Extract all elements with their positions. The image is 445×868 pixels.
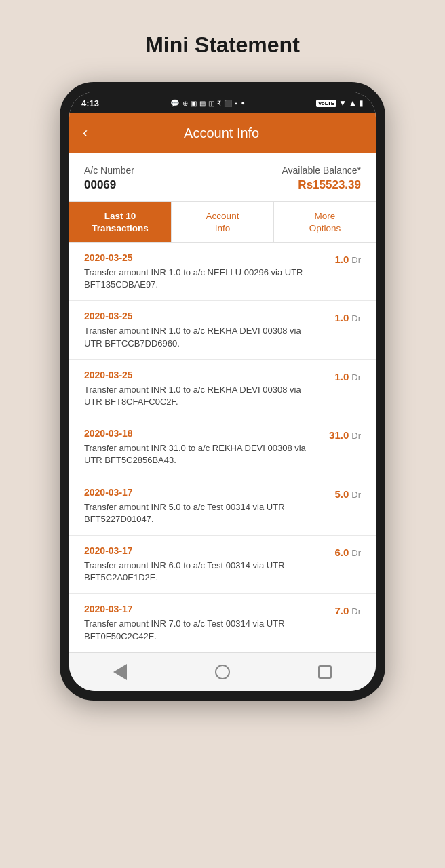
txn-left: 2020-03-25 Transfer amount INR 1.0 to a/… [84,370,313,408]
balance-section: Available Balance* Rs15523.39 [282,165,362,192]
header-title: Account Info [101,125,342,141]
txn-date: 2020-03-25 [84,311,313,321]
status-bar: 4:13 💬 ⊕ ▣ ▤ ◫ ₹ ⬛ ▪ ● VoLTE ▼ ▲ ▮ [69,92,376,113]
txn-desc: Transfer amount INR 31.0 to a/c REKHA DE… [84,442,313,467]
txn-amount: 5.0 [334,488,349,500]
app-header: ‹ Account Info [69,113,376,153]
txn-right: 1.0 Dr [320,370,361,382]
txn-date: 2020-03-25 [84,252,313,263]
back-button[interactable]: ‹ [83,125,88,140]
tab-transactions[interactable]: Last 10 Transactions [69,202,172,242]
txn-left: 2020-03-25 Transfer amount INR 1.0 to a/… [84,252,313,291]
account-number-value: 00069 [84,178,134,192]
notif-icon-1: 💬 [170,99,180,108]
txn-type: Dr [351,490,361,500]
txn-desc: Transfer amount INR 1.0 to a/c REKHA DEV… [84,325,313,349]
wifi-icon: ▼ [338,98,347,108]
transactions-list: 2020-03-25 Transfer amount INR 1.0 to a/… [69,243,376,652]
txn-amount: 6.0 [334,547,349,558]
transaction-item: 2020-03-25 Transfer amount INR 1.0 to a/… [69,360,376,418]
txn-right: 6.0 Dr [320,545,361,558]
txn-type: Dr [351,255,361,265]
tab-bar: Last 10 Transactions Account Info More O… [69,202,376,243]
txn-type: Dr [351,313,361,323]
recent-square-icon [318,665,332,679]
txn-date: 2020-03-17 [84,545,313,556]
account-number-section: A/c Number 00069 [84,165,134,192]
txn-desc: Transfer amount INR 7.0 to a/c Test 0031… [84,618,313,642]
transaction-item: 2020-03-17 Transfer amount INR 5.0 to a/… [69,477,376,536]
home-circle-icon [215,665,230,679]
notif-icon-4: ▤ [199,100,206,107]
txn-right: 5.0 Dr [320,487,361,500]
volte-badge: VoLTE [316,100,336,107]
phone-screen: 4:13 💬 ⊕ ▣ ▤ ◫ ₹ ⬛ ▪ ● VoLTE ▼ ▲ ▮ ‹ [69,92,376,691]
phone-shell: 4:13 💬 ⊕ ▣ ▤ ◫ ₹ ⬛ ▪ ● VoLTE ▼ ▲ ▮ ‹ [60,82,385,701]
transaction-item: 2020-03-25 Transfer amount INR 1.0 to a/… [69,301,376,359]
bottom-nav [69,652,376,691]
txn-amount: 1.0 [334,371,349,382]
battery-icon: ▮ [359,98,364,108]
txn-right: 1.0 Dr [320,311,361,323]
txn-type: Dr [351,431,361,441]
txn-left: 2020-03-17 Transfer amount INR 7.0 to a/… [84,604,313,642]
txn-right: 31.0 Dr [320,428,361,441]
txn-desc: Transfer amount INR 1.0 to a/c NEELLU 00… [84,267,313,291]
status-time: 4:13 [81,98,99,108]
txn-desc: Transfer amount INR 6.0 to a/c Test 0031… [84,559,313,584]
txn-right: 1.0 Dr [320,252,361,265]
notif-dot: ● [241,100,245,106]
notif-icon-6: ₹ [217,100,221,107]
txn-type: Dr [351,372,361,382]
account-summary: A/c Number 00069 Available Balance* Rs15… [69,153,376,202]
transaction-item: 2020-03-25 Transfer amount INR 1.0 to a/… [69,243,376,301]
txn-amount: 31.0 [329,429,349,441]
txn-date: 2020-03-17 [84,604,313,614]
txn-left: 2020-03-17 Transfer amount INR 6.0 to a/… [84,545,313,584]
txn-type: Dr [351,606,361,616]
notif-icon-8: ▪ [235,100,237,107]
transaction-item: 2020-03-17 Transfer amount INR 7.0 to a/… [69,594,376,652]
txn-left: 2020-03-25 Transfer amount INR 1.0 to a/… [84,311,313,349]
signal-icons: VoLTE ▼ ▲ ▮ [316,98,364,108]
tab-account-info[interactable]: Account Info [172,202,274,242]
txn-date: 2020-03-18 [84,428,313,439]
notif-icon-3: ▣ [191,100,197,107]
account-number-label: A/c Number [84,165,134,176]
recent-nav-button[interactable] [315,663,334,682]
txn-date: 2020-03-17 [84,487,313,498]
tab-more-options[interactable]: More Options [274,202,376,242]
transaction-item: 2020-03-18 Transfer amount INR 31.0 to a… [69,418,376,477]
back-triangle-icon [113,664,127,680]
page-title: Mini Statement [145,33,300,58]
txn-type: Dr [351,548,361,558]
balance-amount: Rs15523.39 [282,178,362,192]
notif-icon-2: ⊕ [182,100,188,107]
txn-left: 2020-03-17 Transfer amount INR 5.0 to a/… [84,487,313,526]
notif-icon-5: ◫ [208,100,214,107]
txn-right: 7.0 Dr [320,604,361,616]
back-nav-button[interactable] [111,663,130,682]
home-nav-button[interactable] [213,663,232,682]
balance-label: Available Balance* [282,165,362,176]
txn-left: 2020-03-18 Transfer amount INR 31.0 to a… [84,428,313,467]
txn-desc: Transfer amount INR 1.0 to a/c REKHA DEV… [84,384,313,408]
notif-icon-7: ⬛ [224,100,232,107]
signal-icon: ▲ [349,98,357,108]
notification-icons: 💬 ⊕ ▣ ▤ ◫ ₹ ⬛ ▪ ● [170,99,245,108]
txn-amount: 1.0 [334,254,349,265]
txn-amount: 1.0 [334,312,349,323]
txn-amount: 7.0 [334,605,349,616]
txn-desc: Transfer amount INR 5.0 to a/c Test 0031… [84,501,313,526]
transaction-item: 2020-03-17 Transfer amount INR 6.0 to a/… [69,536,376,594]
txn-date: 2020-03-25 [84,370,313,380]
